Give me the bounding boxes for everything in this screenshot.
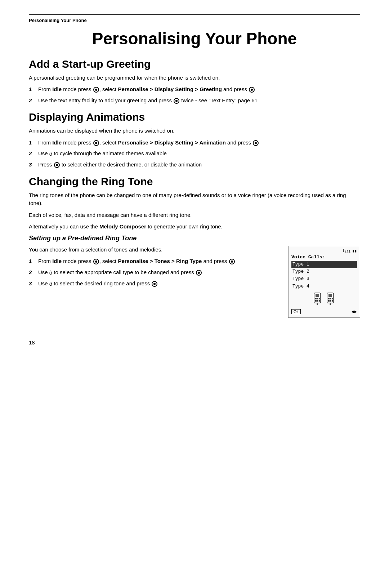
ringtone-intro3: Alternatively you can use the Melody Com… xyxy=(29,223,360,231)
signal-icon: Till xyxy=(343,248,351,254)
mock-list-item-1: Type 1 xyxy=(291,261,357,268)
animations-steps: 1 From Idle mode press , select Personal… xyxy=(29,139,360,169)
step-num-2: 2 xyxy=(29,97,37,105)
phone-icon-right xyxy=(325,292,336,306)
ring-tone-section-layout: You can choose from a selection of tones… xyxy=(29,246,360,318)
greeting-title: Add a Start-up Greeting xyxy=(29,58,360,70)
ring-step-num-2: 2 xyxy=(29,268,37,277)
mockup-footer: Ok ◀▶ xyxy=(291,309,357,315)
step-num-1: 1 xyxy=(29,85,37,94)
mock-list-item-2: Type 2 xyxy=(291,268,357,275)
battery-indicator: ▮▮ xyxy=(352,249,357,253)
svg-rect-13 xyxy=(332,298,333,299)
svg-rect-5 xyxy=(315,300,317,302)
delta-icon-3: ô xyxy=(49,281,52,287)
ok-button-icon-8 xyxy=(229,259,235,264)
ringtone-intro2: Each of voice, fax, data and message can… xyxy=(29,211,360,219)
svg-rect-2 xyxy=(315,298,317,299)
ringtone-step-1-content: From Idle mode press , select Personalis… xyxy=(38,257,277,266)
phone-icons-area xyxy=(291,292,357,306)
greeting-intro: A personalised greeting can be programme… xyxy=(29,74,360,82)
greeting-step-2: 2 Use the text entry facility to add you… xyxy=(29,97,360,105)
animations-step-3: 3 Press to select either the desired the… xyxy=(29,161,360,169)
section-greeting: Add a Start-up Greeting A personalised g… xyxy=(29,58,360,105)
mockup-header: Till ▮▮ xyxy=(291,248,357,254)
greeting-steps: 1 From Idle mode press , select Personal… xyxy=(29,85,360,104)
anim-step-num-3: 3 xyxy=(29,161,37,169)
animations-step-1: 1 From Idle mode press , select Personal… xyxy=(29,139,360,147)
ok-button-icon-10 xyxy=(152,281,157,287)
animations-step-1-content: From Idle mode press , select Personalis… xyxy=(38,139,360,147)
section-animations: Displaying Animations Animations can be … xyxy=(29,111,360,169)
svg-rect-15 xyxy=(330,300,331,302)
svg-rect-14 xyxy=(328,300,330,302)
ringtone-step-2: 2 Use ô to select the appropriate call t… xyxy=(29,268,277,277)
ringtone-step-3-content: Use ô to select the desired ring tone an… xyxy=(38,280,277,288)
delta-icon: ô xyxy=(49,151,52,157)
svg-rect-7 xyxy=(319,300,320,302)
anim-step-num-2: 2 xyxy=(29,150,37,158)
greeting-step-1-content: From Idle mode press , select Personalis… xyxy=(38,85,360,94)
ringtone-step-2-content: Use ô to select the appropriate call typ… xyxy=(38,268,277,277)
animations-step-2-content: Use ô to cycle through the animated them… xyxy=(38,150,360,158)
anim-step-num-1: 1 xyxy=(29,139,37,147)
ring-step-num-3: 3 xyxy=(29,280,37,288)
animations-step-2: 2 Use ô to cycle through the animated th… xyxy=(29,150,360,158)
ringtone-intro1: The ring tones of the phone can be chang… xyxy=(29,191,360,208)
svg-rect-6 xyxy=(317,300,318,302)
page-footer: 18 xyxy=(29,339,360,346)
predefined-tone-intro: You can choose from a selection of tones… xyxy=(29,246,277,254)
animations-step-3-content: Press to select either the desired theme… xyxy=(38,161,360,169)
ok-button-icon-4 xyxy=(93,140,99,146)
svg-rect-1 xyxy=(316,294,319,297)
ok-button-icon-3 xyxy=(174,98,179,104)
ringtone-title: Changing the Ring Tone xyxy=(29,175,360,188)
greeting-step-2-content: Use the text entry facility to add your … xyxy=(38,97,360,105)
svg-rect-10 xyxy=(328,294,332,297)
ok-button-icon-2 xyxy=(249,87,255,93)
mockup-ok-btn: Ok xyxy=(291,309,301,314)
ok-button-icon-6 xyxy=(54,162,60,168)
svg-rect-12 xyxy=(330,298,331,299)
ok-button-icon-7 xyxy=(93,259,99,264)
page-number: 18 xyxy=(29,339,35,346)
ring-step-num-1: 1 xyxy=(29,257,37,266)
page-header: Personalising Your Phone xyxy=(29,14,360,23)
section-ringtone: Changing the Ring Tone The ring tones of… xyxy=(29,175,360,318)
predefined-tone-title: Setting up a Pre-defined Ring Tone xyxy=(29,235,360,242)
svg-rect-11 xyxy=(328,298,330,299)
phone-screen-mockup: Till ▮▮ Voice Calls: Type 1 Type 2 Type … xyxy=(288,246,360,318)
ok-button-icon-5 xyxy=(253,140,259,146)
mock-list-item-4: Type 4 xyxy=(291,283,357,290)
ok-button-icon-9 xyxy=(196,270,202,276)
mockup-nav-arrows: ◀▶ xyxy=(351,309,357,315)
main-title: Personalising Your Phone xyxy=(29,30,360,48)
svg-point-8 xyxy=(317,303,318,305)
phone-icon-left xyxy=(312,292,323,306)
ring-tone-text-area: You can choose from a selection of tones… xyxy=(29,246,277,295)
ringtone-steps: 1 From Idle mode press , select Personal… xyxy=(29,257,277,288)
animations-intro: Animations can be displayed when the pho… xyxy=(29,127,360,135)
animations-title: Displaying Animations xyxy=(29,111,360,123)
svg-point-17 xyxy=(330,303,331,305)
ringtone-step-1: 1 From Idle mode press , select Personal… xyxy=(29,257,277,266)
mockup-list: Type 1 Type 2 Type 3 Type 4 xyxy=(291,261,357,290)
ok-button-icon xyxy=(93,87,99,93)
mockup-title: Voice Calls: xyxy=(291,254,357,260)
mock-list-item-3: Type 3 xyxy=(291,275,357,282)
ringtone-step-3: 3 Use ô to select the desired ring tone … xyxy=(29,280,277,288)
svg-rect-16 xyxy=(332,300,333,302)
svg-rect-4 xyxy=(319,298,320,299)
delta-icon-2: ô xyxy=(49,270,52,276)
greeting-step-1: 1 From Idle mode press , select Personal… xyxy=(29,85,360,94)
svg-rect-3 xyxy=(317,298,318,299)
